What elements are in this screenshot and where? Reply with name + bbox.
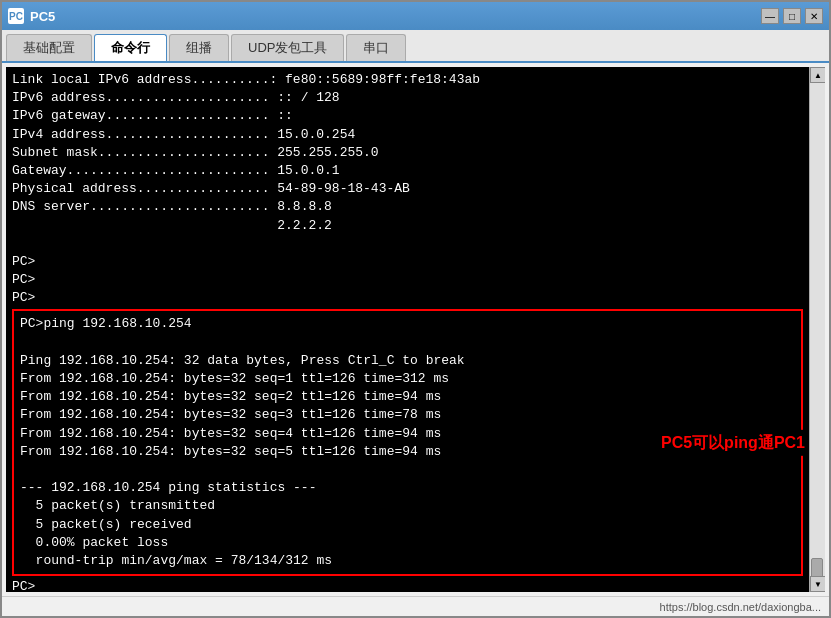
minimize-button[interactable]: — — [761, 8, 779, 24]
terminal[interactable]: Link local IPv6 address..........: fe80:… — [6, 67, 809, 592]
tab-multicast[interactable]: 组播 — [169, 34, 229, 61]
scrollbar[interactable]: ▲ ▼ — [809, 67, 825, 592]
window-title: PC5 — [30, 9, 55, 24]
title-bar-left: PC PC5 — [8, 8, 55, 24]
tab-serial[interactable]: 串口 — [346, 34, 406, 61]
terminal-prompt-after: PC> — [12, 578, 803, 592]
window-icon: PC — [8, 8, 24, 24]
ping-command: PC>ping 192.168.10.254 — [20, 315, 795, 333]
title-bar: PC PC5 — □ ✕ — [2, 2, 829, 30]
tab-bar: 基础配置 命令行 组播 UDP发包工具 串口 — [2, 30, 829, 63]
terminal-wrapper: Link local IPv6 address..........: fe80:… — [6, 67, 825, 592]
tab-cmd[interactable]: 命令行 — [94, 34, 167, 61]
tab-udp[interactable]: UDP发包工具 — [231, 34, 344, 61]
status-url: https://blog.csdn.net/daxiongba... — [660, 601, 821, 613]
content-area: Link local IPv6 address..........: fe80:… — [2, 63, 829, 596]
tab-basic[interactable]: 基础配置 — [6, 34, 92, 61]
scrollbar-up[interactable]: ▲ — [810, 67, 825, 83]
status-bar: https://blog.csdn.net/daxiongba... — [2, 596, 829, 616]
close-button[interactable]: ✕ — [805, 8, 823, 24]
ping-box: PC>ping 192.168.10.254 Ping 192.168.10.2… — [12, 309, 803, 576]
terminal-lines-before: Link local IPv6 address..........: fe80:… — [12, 71, 803, 307]
scrollbar-down[interactable]: ▼ — [810, 576, 825, 592]
main-window: PC PC5 — □ ✕ 基础配置 命令行 组播 UDP发包工具 串口 Link… — [0, 0, 831, 618]
ping-annotation: PC5可以ping通PC1 — [657, 430, 809, 456]
title-buttons: — □ ✕ — [761, 8, 823, 24]
maximize-button[interactable]: □ — [783, 8, 801, 24]
